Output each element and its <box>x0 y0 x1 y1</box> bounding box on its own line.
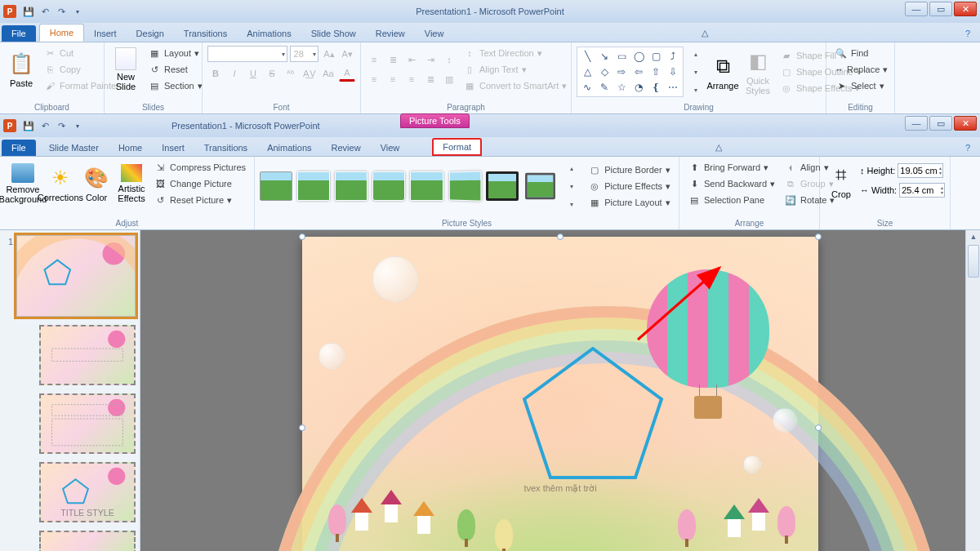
selection-pane-button[interactable]: ▤Selection Pane <box>684 193 778 207</box>
remove-background-button[interactable]: Remove Background <box>5 162 41 206</box>
maximize-button[interactable]: ▭ <box>929 2 952 16</box>
convert-smartart-button[interactable]: ▦Convert to SmartArt ▾ <box>460 78 570 93</box>
tab-review[interactable]: Review <box>366 25 415 42</box>
tab-animations[interactable]: Animations <box>257 140 321 156</box>
text-direction-button[interactable]: ↕Text Direction ▾ <box>460 46 570 60</box>
tab-view[interactable]: View <box>371 140 410 156</box>
tab-file[interactable]: File <box>2 140 36 156</box>
picture-style-3[interactable] <box>335 171 368 201</box>
tab-slideshow[interactable]: Slide Show <box>301 25 366 42</box>
paste-button[interactable]: 📋Paste <box>5 49 38 90</box>
shapes-more-icon[interactable]: ▾ <box>688 82 704 98</box>
slide-thumbnail-5[interactable] <box>39 531 136 551</box>
replace-button[interactable]: ↔Replace ▾ <box>831 62 889 77</box>
styles-up-icon[interactable]: ▴ <box>564 160 580 176</box>
reset-button[interactable]: ↺Reset <box>145 62 206 77</box>
picture-border-button[interactable]: ▢Picture Border ▾ <box>585 162 674 177</box>
redo-icon[interactable]: ↷ <box>54 4 69 19</box>
selection-handle[interactable] <box>299 233 305 240</box>
picture-style-5[interactable] <box>410 171 443 201</box>
font-family-combo[interactable] <box>207 46 287 62</box>
underline-button[interactable]: U <box>245 65 261 82</box>
spacing-button[interactable]: A͟V <box>301 65 318 82</box>
selection-handle[interactable] <box>557 233 564 240</box>
help-icon[interactable]: ? <box>962 140 973 156</box>
undo-icon[interactable]: ↶ <box>38 4 52 19</box>
minimize-button[interactable]: — <box>905 116 928 131</box>
font-size-combo[interactable]: 28 <box>290 46 319 62</box>
bold-button[interactable]: B <box>207 65 224 82</box>
picture-effects-button[interactable]: ◎Picture Effects ▾ <box>585 179 674 193</box>
change-picture-button[interactable]: 🖼Change Picture <box>150 176 249 191</box>
section-button[interactable]: ▤Section ▾ <box>145 78 206 93</box>
ribbon-collapse-icon[interactable]: △ <box>712 139 725 156</box>
tab-view[interactable]: View <box>415 25 454 42</box>
font-color-button[interactable]: A <box>339 65 355 82</box>
maximize-button[interactable]: ▭ <box>929 116 952 131</box>
bring-forward-button[interactable]: ⬆Bring Forward ▾ <box>684 160 778 175</box>
picture-layout-button[interactable]: ▦Picture Layout ▾ <box>585 195 674 210</box>
styles-down-icon[interactable]: ▾ <box>564 178 580 194</box>
align-center-icon[interactable]: ≡ <box>385 71 401 87</box>
picture-style-7[interactable] <box>486 171 519 201</box>
scroll-thumb[interactable] <box>968 245 979 278</box>
slide-thumbnail-3[interactable] <box>39 393 136 454</box>
tab-transitions[interactable]: Transitions <box>194 140 257 156</box>
close-button[interactable]: ✕ <box>954 116 977 131</box>
arrange-button[interactable]: ⧉Arrange <box>706 51 739 92</box>
picture-style-1[interactable] <box>260 171 292 201</box>
compress-pictures-button[interactable]: ⇲Compress Pictures <box>150 160 249 175</box>
tab-transitions[interactable]: Transitions <box>174 25 237 42</box>
selection-handle[interactable] <box>299 424 305 431</box>
send-backward-button[interactable]: ⬇Send Backward ▾ <box>684 176 778 191</box>
slide-thumbnail-1[interactable] <box>16 235 136 317</box>
picture-style-2[interactable] <box>297 171 330 201</box>
qat-more-icon[interactable]: ▾ <box>70 118 85 133</box>
tab-slide-master[interactable]: Slide Master <box>39 140 109 156</box>
tab-format[interactable]: Format <box>432 138 482 156</box>
crop-button[interactable]: ⌗Crop <box>825 160 858 201</box>
columns-icon[interactable]: ▥ <box>441 71 457 87</box>
shrink-font-icon[interactable]: A▾ <box>340 46 355 62</box>
find-button[interactable]: 🔍Find <box>831 46 889 60</box>
grow-font-icon[interactable]: A▴ <box>321 46 336 62</box>
align-text-button[interactable]: ▯Align Text ▾ <box>460 62 570 77</box>
scroll-up-icon[interactable]: ▲ <box>967 230 980 243</box>
layout-button[interactable]: ▦Layout ▾ <box>145 46 206 60</box>
selection-handle[interactable] <box>815 424 822 431</box>
width-input[interactable]: 25.4 cm <box>899 183 945 198</box>
align-right-icon[interactable]: ≡ <box>403 71 420 87</box>
new-slide-button[interactable]: New Slide <box>109 46 142 93</box>
picture-style-8[interactable] <box>525 173 555 199</box>
selection-handle[interactable] <box>815 233 822 240</box>
reset-picture-button[interactable]: ↺Reset Picture ▾ <box>150 193 249 207</box>
outdent-icon[interactable]: ⇤ <box>403 51 420 68</box>
italic-button[interactable]: I <box>226 65 243 82</box>
tab-design[interactable]: Design <box>127 25 174 42</box>
color-button[interactable]: 🎨Color <box>80 163 113 204</box>
tab-file[interactable]: File <box>2 25 36 42</box>
tab-review[interactable]: Review <box>322 140 371 156</box>
artistic-effects-button[interactable]: Artistic Effects <box>115 162 148 205</box>
undo-icon[interactable]: ↶ <box>38 118 52 133</box>
align-left-icon[interactable]: ≡ <box>366 71 382 87</box>
slide-main[interactable]: tvex thêm mặt trời <box>302 237 818 551</box>
picture-style-6[interactable] <box>448 171 481 201</box>
slide-canvas[interactable]: tvex thêm mặt trời ▲ ▼ <box>140 230 980 551</box>
shapes-gallery[interactable]: ╲↘▭◯▢⤴ △◇⇨⇦⇧⇩ ∿✎☆◔❴⋯ <box>577 47 684 97</box>
tab-insert[interactable]: Insert <box>152 140 194 156</box>
tab-animations[interactable]: Animations <box>237 25 301 42</box>
select-button[interactable]: ➤Select ▾ <box>831 78 889 93</box>
indent-icon[interactable]: ⇥ <box>422 51 439 68</box>
styles-more-icon[interactable]: ▾ <box>564 196 580 212</box>
strike-button[interactable]: S <box>264 65 280 82</box>
line-spacing-icon[interactable]: ↕ <box>441 51 457 68</box>
shapes-up-icon[interactable]: ▴ <box>688 46 704 62</box>
vertical-scrollbar[interactable]: ▲ ▼ <box>965 230 980 551</box>
corrections-button[interactable]: ☀Corrections <box>43 163 78 204</box>
slide-thumbnail-2[interactable] <box>39 325 136 385</box>
case-button[interactable]: Aa <box>320 65 336 82</box>
tab-home[interactable]: Home <box>109 140 152 156</box>
numbering-icon[interactable]: ≣ <box>385 51 401 68</box>
qat-more-icon[interactable]: ▾ <box>70 4 85 19</box>
